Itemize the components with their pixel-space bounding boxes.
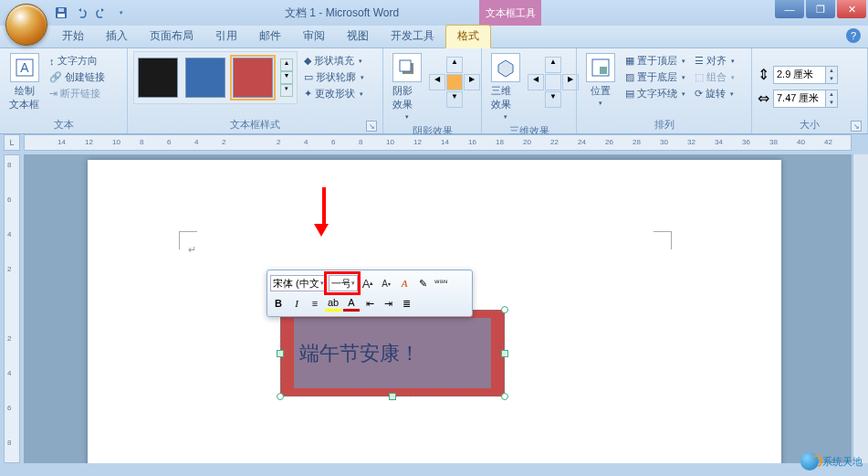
- bring-to-front-button[interactable]: ▦置于顶层▾: [622, 53, 688, 69]
- rotate-button[interactable]: ⟳旋转▾: [692, 86, 737, 101]
- 3d-tilt-down[interactable]: ▼: [545, 91, 561, 108]
- bullets-icon[interactable]: ≣: [398, 295, 414, 312]
- align-center-icon[interactable]: ≡: [307, 295, 323, 312]
- hruler-tick: 26: [605, 138, 613, 146]
- highlight-icon[interactable]: ab: [325, 295, 341, 312]
- gallery-scroll-down[interactable]: ▼: [280, 71, 293, 84]
- format-painter-icon[interactable]: ✎: [414, 275, 431, 291]
- 3d-toggle[interactable]: [545, 74, 561, 90]
- style-swatch-2[interactable]: [185, 58, 225, 98]
- textbox-shape[interactable]: 端午节安康！: [280, 310, 505, 397]
- tab-developer[interactable]: 开发工具: [380, 26, 445, 48]
- width-input[interactable]: ▲▼: [773, 90, 838, 108]
- tab-insert[interactable]: 插入: [95, 26, 139, 48]
- vertical-scrollbar[interactable]: [852, 154, 868, 463]
- break-link-icon: ⇥: [49, 88, 58, 100]
- ruler-corner[interactable]: L: [4, 134, 20, 151]
- handle-e[interactable]: [501, 350, 508, 357]
- shadow-effects-label: 阴影效果: [392, 84, 422, 111]
- bold-icon[interactable]: B: [270, 295, 287, 312]
- tab-pagelayout[interactable]: 页面布局: [139, 26, 204, 48]
- font-color-icon[interactable]: A: [343, 295, 360, 312]
- send-to-back-button[interactable]: ▨置于底层▾: [622, 69, 688, 85]
- text-direction-label: 文字方向: [58, 54, 98, 68]
- increase-indent-icon[interactable]: ⇥: [380, 295, 396, 312]
- tab-home[interactable]: 开始: [51, 26, 95, 48]
- shape-fill-button[interactable]: ◆形状填充▾: [301, 53, 367, 69]
- svg-rect-2: [58, 8, 64, 12]
- close-button[interactable]: ✕: [837, 0, 866, 18]
- text-wrap-button[interactable]: ▤文字环绕▾: [622, 86, 688, 101]
- style-swatch-3[interactable]: [233, 58, 273, 98]
- break-link-button[interactable]: ⇥断开链接: [47, 86, 108, 101]
- save-icon[interactable]: [53, 5, 69, 21]
- height-up[interactable]: ▲: [825, 67, 837, 75]
- change-shape-button[interactable]: ✦更改形状▾: [301, 86, 367, 101]
- tab-view[interactable]: 视图: [336, 26, 380, 48]
- horizontal-ruler[interactable]: 1412108642246810121416182022242628303234…: [24, 134, 852, 151]
- hruler-tick: 6: [331, 138, 335, 146]
- shadow-nudge-left[interactable]: ◀: [429, 74, 445, 90]
- vruler-tick: 4: [7, 369, 11, 377]
- group-button[interactable]: ⬚组合▾: [692, 69, 737, 85]
- hruler-tick: 4: [194, 138, 198, 146]
- shadow-toggle[interactable]: [446, 74, 463, 90]
- textbox-style-gallery[interactable]: ▲ ▼ ▾: [133, 51, 298, 104]
- position-button[interactable]: 位置▾: [582, 51, 619, 109]
- 3d-tilt-up[interactable]: ▲: [545, 57, 561, 73]
- send-back-label: 置于底层: [637, 70, 677, 84]
- clear-format-icon[interactable]: ᵂᴮᴺ: [433, 275, 449, 291]
- create-link-button[interactable]: 🔗创建链接: [47, 69, 108, 85]
- textbox-content[interactable]: 端午节安康！: [294, 318, 491, 388]
- grow-font-icon[interactable]: A▴: [360, 275, 376, 291]
- shadow-nudge-right[interactable]: ▶: [464, 74, 480, 90]
- shadow-nudge-up[interactable]: ▲: [446, 57, 463, 73]
- size-dialog-launcher[interactable]: ↘: [851, 121, 862, 132]
- handle-s[interactable]: [389, 393, 396, 400]
- gallery-more[interactable]: ▾: [280, 84, 293, 97]
- undo-icon[interactable]: [73, 5, 89, 21]
- minimize-button[interactable]: —: [775, 0, 804, 18]
- width-up[interactable]: ▲: [825, 90, 837, 99]
- mini-font-combo[interactable]: ▾: [270, 275, 327, 291]
- shape-outline-button[interactable]: ▭形状轮廓▾: [301, 69, 367, 85]
- shadow-effects-button[interactable]: 阴影效果▾: [389, 51, 425, 122]
- tab-review[interactable]: 审阅: [292, 26, 336, 48]
- tab-references[interactable]: 引用: [204, 26, 248, 48]
- qat-dropdown-icon[interactable]: ▾: [113, 5, 130, 21]
- height-input[interactable]: ▲▼: [773, 66, 838, 84]
- shadow-nudge-down[interactable]: ▼: [446, 91, 463, 108]
- handle-sw[interactable]: [277, 393, 284, 400]
- hruler-tick: 2: [222, 138, 225, 146]
- vertical-ruler[interactable]: 86422468: [4, 154, 20, 463]
- handle-se[interactable]: [501, 393, 508, 400]
- shape-outline-label: 形状轮廓: [316, 70, 356, 84]
- margin-mark-tr: [654, 231, 672, 249]
- italic-icon[interactable]: I: [288, 295, 305, 312]
- handle-ne[interactable]: [501, 306, 508, 313]
- 3d-effects-button[interactable]: 三维效果▾: [487, 51, 524, 122]
- tab-format[interactable]: 格式: [445, 25, 491, 48]
- style-swatch-1[interactable]: [138, 58, 178, 98]
- 3d-tilt-left[interactable]: ◀: [528, 74, 544, 90]
- help-icon[interactable]: ?: [846, 28, 861, 43]
- redo-icon[interactable]: [93, 5, 110, 21]
- text-direction-button[interactable]: ↕文字方向: [47, 53, 108, 69]
- styles-dialog-launcher[interactable]: ↘: [366, 121, 377, 132]
- gallery-scroll-up[interactable]: ▲: [280, 58, 293, 71]
- height-down[interactable]: ▼: [825, 75, 837, 83]
- office-button[interactable]: [5, 4, 47, 46]
- style-a-icon[interactable]: A: [396, 275, 413, 291]
- tab-mailings[interactable]: 邮件: [248, 26, 292, 48]
- svg-rect-8: [600, 67, 607, 74]
- width-down[interactable]: ▼: [825, 99, 837, 107]
- handle-w[interactable]: [277, 350, 284, 357]
- maximize-button[interactable]: ❐: [806, 0, 835, 18]
- decrease-indent-icon[interactable]: ⇤: [361, 295, 378, 312]
- bring-front-label: 置于顶层: [637, 54, 677, 68]
- shrink-font-icon[interactable]: A▾: [378, 275, 394, 291]
- draw-textbox-button[interactable]: A 绘制 文本框: [5, 51, 43, 113]
- align-button[interactable]: ☰对齐▾: [692, 53, 737, 69]
- hruler-tick: 24: [578, 138, 586, 146]
- watermark-text: 系统天地: [822, 455, 863, 469]
